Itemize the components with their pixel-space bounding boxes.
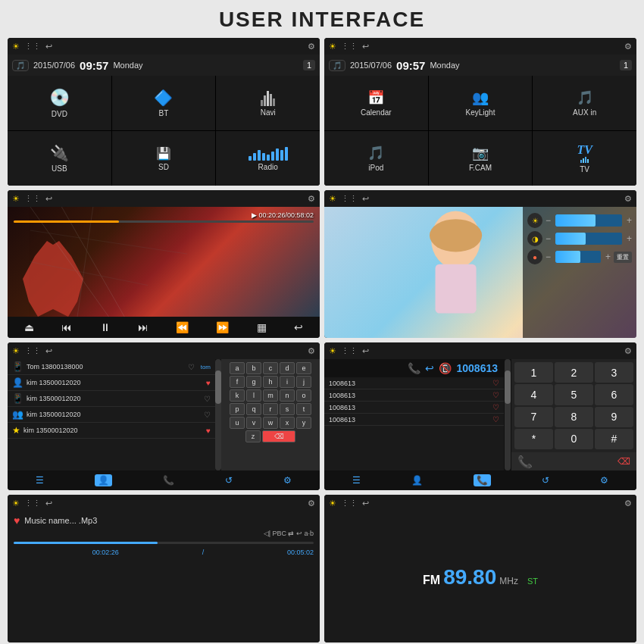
video-progress-container[interactable] bbox=[14, 220, 314, 223]
contrast-bar[interactable] bbox=[555, 233, 622, 245]
kb-f[interactable]: f bbox=[230, 376, 245, 388]
num-key-3[interactable]: 3 bbox=[595, 362, 633, 383]
app-aux[interactable]: 🎵 AUX in bbox=[533, 76, 636, 130]
kb-m[interactable]: m bbox=[263, 389, 278, 402]
num-key-7[interactable]: 7 bbox=[514, 407, 553, 427]
dialer-call-btn[interactable]: 📞 bbox=[474, 474, 491, 486]
dial-call-button[interactable]: 📞 bbox=[517, 455, 533, 469]
menu-item-dvd[interactable]: 💿 DVD bbox=[8, 76, 111, 130]
recent-call-2[interactable]: 1008613 ♡ bbox=[324, 389, 504, 402]
app-ipod[interactable]: 🎵 iPod bbox=[324, 131, 428, 186]
dialer-settings-btn[interactable]: ⚙ bbox=[600, 475, 608, 486]
contact-item-1[interactable]: 📱 Tom 13800138000 ♡ tom bbox=[8, 359, 215, 375]
contact-heart-5[interactable]: ♥ bbox=[206, 427, 211, 435]
return-button[interactable]: ↩ bbox=[294, 321, 303, 333]
kb-g[interactable]: g bbox=[246, 376, 261, 388]
gear-icon-2[interactable]: ⚙ bbox=[624, 42, 632, 52]
kb-l[interactable]: l bbox=[246, 389, 261, 402]
prev-button[interactable]: ⏮ bbox=[61, 321, 72, 333]
num-key-9[interactable]: 9 bbox=[595, 407, 633, 427]
back-icon-8[interactable]: ↩ bbox=[362, 499, 369, 508]
num-key-0[interactable]: 0 bbox=[555, 429, 593, 449]
contacts-list-btn[interactable]: ☰ bbox=[36, 475, 44, 486]
back-icon-3[interactable]: ↩ bbox=[45, 194, 52, 204]
dialer-list-btn[interactable]: ☰ bbox=[352, 475, 361, 486]
contact-item-4[interactable]: 👥 kim 13500012020 ♡ bbox=[8, 407, 215, 423]
app-tv[interactable]: TV TV bbox=[533, 131, 636, 186]
gear-icon-4[interactable]: ⚙ bbox=[624, 194, 632, 204]
brightness-bar[interactable] bbox=[555, 214, 622, 227]
kb-j[interactable]: j bbox=[296, 376, 311, 388]
kb-z[interactable]: z bbox=[245, 430, 261, 442]
contacts-sync-btn[interactable]: ↺ bbox=[225, 475, 233, 486]
num-key-2[interactable]: 2 bbox=[555, 362, 593, 383]
kb-q[interactable]: q bbox=[246, 403, 261, 415]
play-button[interactable]: ⏸ bbox=[100, 321, 111, 333]
contacts-settings-btn[interactable]: ⚙ bbox=[283, 475, 292, 486]
kb-b[interactable]: b bbox=[246, 362, 261, 374]
scrollbar-dialer[interactable] bbox=[505, 359, 511, 470]
kb-d[interactable]: d bbox=[280, 362, 295, 374]
music-heart-icon[interactable]: ♥ bbox=[14, 514, 20, 527]
kb-y[interactable]: y bbox=[296, 417, 311, 429]
reset-button[interactable]: 重置 bbox=[614, 252, 632, 263]
kb-i[interactable]: i bbox=[280, 376, 295, 388]
scrollbar-contacts[interactable] bbox=[215, 359, 221, 470]
back-icon-6[interactable]: ↩ bbox=[362, 346, 369, 356]
num-key-hash[interactable]: # bbox=[595, 429, 633, 449]
kb-n[interactable]: n bbox=[280, 389, 295, 402]
num-key-star[interactable]: * bbox=[514, 429, 553, 449]
back-icon-2[interactable]: ↩ bbox=[362, 42, 369, 52]
gear-icon-1[interactable]: ⚙ bbox=[308, 42, 315, 52]
kb-k[interactable]: k bbox=[230, 389, 245, 402]
kb-r[interactable]: r bbox=[263, 403, 278, 415]
kb-delete[interactable]: ⌫ bbox=[262, 430, 295, 442]
kb-x[interactable]: x bbox=[280, 417, 295, 429]
recent-heart-2[interactable]: ♡ bbox=[492, 391, 499, 399]
dial-backspace-button[interactable]: ⌫ bbox=[617, 456, 630, 467]
recent-heart-3[interactable]: ♡ bbox=[492, 403, 499, 411]
music-progress-bar[interactable] bbox=[14, 542, 314, 544]
contact-item-3[interactable]: 📱 kim 13500012020 ♡ bbox=[8, 391, 215, 407]
gear-icon-8[interactable]: ⚙ bbox=[624, 499, 632, 508]
num-key-8[interactable]: 8 bbox=[555, 407, 593, 427]
gear-icon-6[interactable]: ⚙ bbox=[624, 346, 632, 356]
app-calendar[interactable]: 📅 Calendar bbox=[324, 76, 428, 130]
menu-button[interactable]: ▦ bbox=[257, 321, 267, 333]
kb-h[interactable]: h bbox=[263, 376, 278, 388]
kb-a[interactable]: a bbox=[230, 362, 245, 374]
color-bar[interactable] bbox=[555, 251, 601, 263]
color-minus[interactable]: − bbox=[546, 252, 551, 262]
gear-icon-7[interactable]: ⚙ bbox=[308, 499, 315, 508]
kb-e[interactable]: e bbox=[296, 362, 311, 374]
kb-w[interactable]: w bbox=[263, 417, 278, 429]
num-key-1[interactable]: 1 bbox=[514, 362, 553, 383]
kb-t[interactable]: t bbox=[296, 403, 311, 415]
menu-item-bt[interactable]: 🔷 BT bbox=[112, 76, 216, 130]
contact-heart-2[interactable]: ♥ bbox=[206, 379, 211, 387]
recent-call-4[interactable]: 1008613 ♡ bbox=[324, 414, 504, 426]
forward-button[interactable]: ⏩ bbox=[216, 321, 229, 333]
menu-item-sd[interactable]: 💾 SD bbox=[112, 131, 216, 186]
kb-s[interactable]: s bbox=[280, 403, 295, 415]
dialer-sync-btn[interactable]: ↺ bbox=[542, 475, 549, 486]
app-keylight[interactable]: 👥 KeyLight bbox=[429, 76, 533, 130]
color-plus[interactable]: + bbox=[605, 252, 611, 262]
num-key-6[interactable]: 6 bbox=[595, 384, 633, 405]
menu-item-radio[interactable]: Radio bbox=[216, 131, 320, 186]
menu-item-navi[interactable]: Navi bbox=[216, 76, 320, 130]
kb-o[interactable]: o bbox=[296, 389, 311, 402]
recent-call-1[interactable]: 1008613 ♡ bbox=[324, 377, 504, 389]
kb-v[interactable]: v bbox=[246, 417, 261, 429]
next-button[interactable]: ⏭ bbox=[138, 321, 148, 333]
recent-heart-4[interactable]: ♡ bbox=[492, 415, 499, 424]
num-key-5[interactable]: 5 bbox=[555, 384, 593, 405]
contact-item-5[interactable]: ★ kim 13500012020 ♥ bbox=[8, 423, 215, 439]
kb-u[interactable]: u bbox=[230, 417, 245, 429]
kb-c[interactable]: c bbox=[263, 362, 278, 374]
recent-call-3[interactable]: 1008613 ♡ bbox=[324, 402, 504, 414]
contrast-plus[interactable]: + bbox=[627, 233, 632, 244]
brightness-minus[interactable]: − bbox=[546, 215, 551, 226]
eject-button[interactable]: ⏏ bbox=[24, 321, 34, 333]
gear-icon-3[interactable]: ⚙ bbox=[308, 194, 315, 204]
